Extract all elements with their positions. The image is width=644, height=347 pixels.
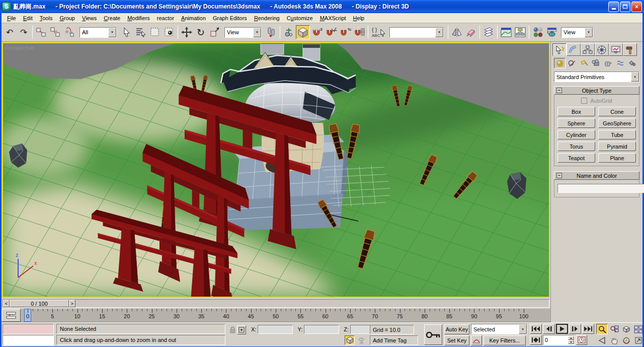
zoom-extents-all-button[interactable] xyxy=(632,324,644,334)
autogrid-checkbox[interactable] xyxy=(581,98,587,104)
select-and-link-icon[interactable] xyxy=(34,25,48,39)
current-frame-field[interactable]: ▲▼ xyxy=(543,335,575,345)
selection-lock-toggle[interactable] xyxy=(228,325,237,334)
menu-item-animation[interactable]: Animation xyxy=(178,14,209,22)
layer-manager-button[interactable] xyxy=(481,25,496,39)
rectangular-selection-region-button[interactable] xyxy=(148,25,162,39)
category-space-warps[interactable] xyxy=(614,58,626,68)
menu-item-edit[interactable]: Edit xyxy=(20,14,36,22)
objtype-box[interactable]: Box xyxy=(557,107,595,116)
previous-frame-arrow[interactable]: < xyxy=(3,300,10,307)
select-and-manipulate-button[interactable] xyxy=(282,25,296,39)
next-frame-button[interactable] xyxy=(569,324,581,334)
tab-display[interactable] xyxy=(609,43,623,56)
reference-coordinate-dropdown[interactable]: View▼ xyxy=(224,27,262,38)
select-and-rotate-button[interactable]: ↻ xyxy=(194,25,208,39)
select-by-name-button[interactable] xyxy=(134,25,148,39)
primitives-dropdown[interactable]: Standard Primitives▼ xyxy=(554,72,639,82)
menu-item-reactor[interactable]: reactor xyxy=(153,14,178,22)
menu-item-file[interactable]: File xyxy=(4,14,20,22)
field-of-view-button[interactable] xyxy=(596,335,608,345)
angle-snap-toggle[interactable]: ∠ xyxy=(324,25,338,39)
frame-number-input[interactable] xyxy=(543,336,568,344)
ruler-track[interactable]: 0510152025303540455055606570758085909510… xyxy=(21,309,550,322)
object-type-header[interactable]: − Object Type xyxy=(554,86,639,95)
align-button[interactable] xyxy=(464,25,478,39)
absolute-offset-toggle[interactable] xyxy=(237,325,246,334)
objtype-plane[interactable]: Plane xyxy=(598,153,636,163)
adaptive-degradation-cube-icon[interactable] xyxy=(345,335,355,345)
auto-key-button[interactable]: Auto Key xyxy=(444,324,469,334)
render-view-dropdown[interactable]: View▼ xyxy=(561,27,593,38)
previous-frame-button[interactable] xyxy=(543,324,555,334)
arc-rotate-button[interactable] xyxy=(620,335,632,345)
tab-motion[interactable] xyxy=(595,43,609,56)
snap-toggle-magnet-3[interactable]: 3 xyxy=(310,25,324,39)
zoom-button[interactable] xyxy=(596,324,608,334)
zoom-all-button[interactable] xyxy=(608,324,620,334)
bind-to-space-warp-icon[interactable] xyxy=(62,25,76,39)
maxscript-mini-listener[interactable] xyxy=(3,324,54,345)
select-object-button[interactable] xyxy=(120,25,134,39)
menu-item-tools[interactable]: Tools xyxy=(36,14,56,22)
y-coordinate-field[interactable] xyxy=(304,325,339,334)
objtype-cylinder[interactable]: Cylinder xyxy=(557,130,595,140)
category-systems[interactable] xyxy=(626,58,638,68)
chevron-down-icon[interactable]: ▼ xyxy=(585,28,593,37)
menu-item-customize[interactable]: Customize xyxy=(283,14,316,22)
percent-snap-toggle[interactable]: % xyxy=(338,25,352,39)
objtype-teapot[interactable]: Teapot xyxy=(557,153,595,163)
time-configuration-button[interactable] xyxy=(576,335,587,345)
open-mini-curve-editor-button[interactable] xyxy=(2,309,21,322)
objtype-torus[interactable]: Torus xyxy=(557,142,595,151)
unlink-selection-icon[interactable] xyxy=(48,25,62,39)
material-editor-button[interactable] xyxy=(531,25,545,39)
chevron-down-icon[interactable]: ▼ xyxy=(631,72,639,82)
category-cameras[interactable] xyxy=(590,58,602,68)
play-button[interactable] xyxy=(556,324,568,334)
maximize-viewport-toggle[interactable] xyxy=(632,335,644,345)
go-to-start-button[interactable] xyxy=(530,324,542,334)
title-bar[interactable]: S 亂葬崗.max - Project Folder: C:\Documents… xyxy=(0,0,644,13)
named-selection-sets-button[interactable]: { }ABC xyxy=(370,25,387,39)
key-filters-button[interactable]: Key Filters... xyxy=(484,335,526,345)
selection-filter-dropdown[interactable]: All▼ xyxy=(79,27,117,38)
menu-item-maxscript[interactable]: MAXScript xyxy=(316,14,350,22)
collapse-icon[interactable]: − xyxy=(556,173,562,178)
spinner-snap-toggle[interactable] xyxy=(352,25,366,39)
time-slider-track[interactable]: < 0 / 100 > xyxy=(3,299,549,308)
chevron-down-icon[interactable]: ▼ xyxy=(253,28,261,37)
menu-item-views[interactable]: Views xyxy=(78,14,100,22)
schematic-view-button[interactable] xyxy=(513,25,527,39)
communicate-icon[interactable] xyxy=(356,335,366,345)
tab-create[interactable] xyxy=(552,43,567,56)
scene-3d[interactable]: z x xyxy=(3,43,549,297)
menu-item-help[interactable]: Help xyxy=(350,14,368,22)
category-geometry[interactable] xyxy=(554,58,566,68)
close-button[interactable]: × xyxy=(631,2,642,12)
objtype-geosphere[interactable]: GeoSphere xyxy=(598,118,636,128)
go-to-end-button[interactable] xyxy=(582,324,594,334)
zoom-extents-button[interactable] xyxy=(620,324,632,334)
mirror-button[interactable] xyxy=(450,25,464,39)
category-shapes[interactable] xyxy=(566,58,578,68)
x-coordinate-field[interactable] xyxy=(258,325,293,334)
viewport-label[interactable]: Perspective xyxy=(5,45,34,51)
key-mode-toggle[interactable] xyxy=(530,335,542,345)
chevron-down-icon[interactable]: ▼ xyxy=(108,28,116,37)
menu-item-graph-editors[interactable]: Graph Editors xyxy=(209,14,251,22)
named-selection-input[interactable]: ▼ xyxy=(389,27,444,38)
name-color-header[interactable]: − Name and Color xyxy=(554,171,639,180)
selected-dropdown[interactable]: Selected▼ xyxy=(471,324,527,334)
menu-item-group[interactable]: Group xyxy=(56,14,78,22)
set-key-button[interactable]: Set Key xyxy=(444,335,469,345)
listener-macro-row[interactable] xyxy=(3,324,54,334)
perspective-viewport[interactable]: Perspective xyxy=(2,42,550,298)
menu-item-rendering[interactable]: Rendering xyxy=(251,14,283,22)
chevron-down-icon[interactable]: ▼ xyxy=(435,28,443,37)
next-frame-arrow[interactable]: > xyxy=(69,300,75,307)
time-slider-handle[interactable]: 0 / 100 xyxy=(10,300,69,307)
curve-editor-button[interactable] xyxy=(499,25,513,39)
add-time-tag[interactable]: Add Time Tag xyxy=(370,335,418,345)
objtype-cone[interactable]: Cone xyxy=(598,107,636,116)
